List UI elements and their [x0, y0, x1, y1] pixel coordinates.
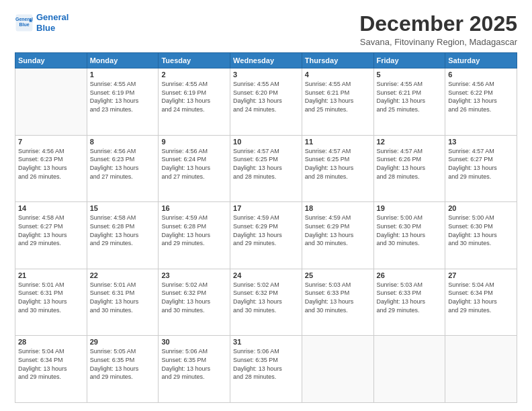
logo-icon: General Blue: [15, 13, 34, 32]
day-number: 24: [233, 271, 299, 279]
day-detail: Sunrise: 4:56 AM Sunset: 6:24 PM Dayligh…: [161, 147, 227, 181]
day-number: 25: [305, 271, 371, 279]
day-number: 16: [161, 204, 227, 212]
day-number: 9: [161, 138, 227, 146]
day-number: 27: [448, 271, 514, 279]
month-title: December 2025: [359, 12, 517, 36]
day-detail: Sunrise: 5:04 AM Sunset: 6:34 PM Dayligh…: [18, 347, 84, 381]
calendar-cell: 14Sunrise: 4:58 AM Sunset: 6:27 PM Dayli…: [15, 202, 87, 269]
calendar-cell: 13Sunrise: 4:57 AM Sunset: 6:27 PM Dayli…: [445, 135, 517, 202]
calendar-cell: 2Sunrise: 4:55 AM Sunset: 6:19 PM Daylig…: [159, 68, 230, 136]
day-number: 12: [377, 138, 443, 146]
day-detail: Sunrise: 4:58 AM Sunset: 6:28 PM Dayligh…: [90, 214, 156, 247]
calendar-cell: 4Sunrise: 4:55 AM Sunset: 6:21 PM Daylig…: [302, 68, 373, 136]
day-detail: Sunrise: 5:01 AM Sunset: 6:31 PM Dayligh…: [18, 281, 84, 314]
day-number: 11: [305, 138, 371, 146]
day-detail: Sunrise: 5:02 AM Sunset: 6:32 PM Dayligh…: [161, 281, 227, 314]
day-detail: Sunrise: 4:56 AM Sunset: 6:22 PM Dayligh…: [448, 80, 514, 113]
day-number: 19: [377, 204, 443, 212]
calendar-cell: 28Sunrise: 5:04 AM Sunset: 6:34 PM Dayli…: [15, 336, 87, 403]
header: General Blue General Blue December 2025 …: [15, 12, 517, 47]
calendar-cell: 9Sunrise: 4:56 AM Sunset: 6:24 PM Daylig…: [159, 135, 230, 202]
day-number: 13: [448, 138, 514, 146]
day-detail: Sunrise: 4:57 AM Sunset: 6:25 PM Dayligh…: [233, 147, 299, 181]
calendar-day-header: Sunday: [15, 53, 87, 68]
calendar-cell: 21Sunrise: 5:01 AM Sunset: 6:31 PM Dayli…: [15, 269, 87, 336]
calendar-cell: 11Sunrise: 4:57 AM Sunset: 6:25 PM Dayli…: [302, 135, 373, 202]
calendar-cell: 27Sunrise: 5:04 AM Sunset: 6:34 PM Dayli…: [445, 269, 517, 336]
day-detail: Sunrise: 5:04 AM Sunset: 6:34 PM Dayligh…: [448, 281, 514, 314]
day-number: 29: [90, 338, 156, 346]
calendar-cell: 29Sunrise: 5:05 AM Sunset: 6:35 PM Dayli…: [87, 336, 159, 403]
day-detail: Sunrise: 5:03 AM Sunset: 6:33 PM Dayligh…: [377, 281, 443, 314]
calendar-cell: 26Sunrise: 5:03 AM Sunset: 6:33 PM Dayli…: [373, 269, 445, 336]
day-number: 28: [18, 338, 84, 346]
day-number: 3: [233, 71, 299, 79]
day-detail: Sunrise: 4:57 AM Sunset: 6:26 PM Dayligh…: [377, 147, 443, 181]
logo-text-blue: Blue: [36, 23, 69, 34]
day-number: 22: [90, 271, 156, 279]
day-number: 10: [233, 138, 299, 146]
day-number: 8: [90, 138, 156, 146]
calendar-cell: 8Sunrise: 4:56 AM Sunset: 6:23 PM Daylig…: [87, 135, 159, 202]
calendar-cell: 6Sunrise: 4:56 AM Sunset: 6:22 PM Daylig…: [445, 68, 517, 136]
page: General Blue General Blue December 2025 …: [0, 0, 532, 411]
calendar-week-row: 7Sunrise: 4:56 AM Sunset: 6:23 PM Daylig…: [15, 135, 517, 202]
svg-text:Blue: Blue: [19, 21, 29, 26]
calendar-cell: 30Sunrise: 5:06 AM Sunset: 6:35 PM Dayli…: [159, 336, 230, 403]
calendar-cell: 31Sunrise: 5:06 AM Sunset: 6:35 PM Dayli…: [230, 336, 302, 403]
logo-text-general: General: [36, 12, 69, 23]
day-detail: Sunrise: 4:55 AM Sunset: 6:20 PM Dayligh…: [233, 80, 299, 113]
day-detail: Sunrise: 4:59 AM Sunset: 6:29 PM Dayligh…: [305, 214, 371, 247]
calendar-day-header: Monday: [87, 53, 159, 68]
day-detail: Sunrise: 4:58 AM Sunset: 6:27 PM Dayligh…: [18, 214, 84, 247]
calendar-cell: 24Sunrise: 5:02 AM Sunset: 6:32 PM Dayli…: [230, 269, 302, 336]
calendar-cell: [373, 336, 445, 403]
day-detail: Sunrise: 5:01 AM Sunset: 6:31 PM Dayligh…: [90, 281, 156, 314]
subtitle: Savana, Fitovinany Region, Madagascar: [359, 37, 517, 47]
day-detail: Sunrise: 5:00 AM Sunset: 6:30 PM Dayligh…: [448, 214, 514, 247]
logo: General Blue General Blue: [15, 12, 69, 33]
calendar-day-header: Friday: [373, 53, 445, 68]
day-number: 20: [448, 204, 514, 212]
day-detail: Sunrise: 5:05 AM Sunset: 6:35 PM Dayligh…: [90, 347, 156, 381]
calendar-cell: 1Sunrise: 4:55 AM Sunset: 6:19 PM Daylig…: [87, 68, 159, 136]
calendar-cell: 20Sunrise: 5:00 AM Sunset: 6:30 PM Dayli…: [445, 202, 517, 269]
calendar-cell: 19Sunrise: 5:00 AM Sunset: 6:30 PM Dayli…: [373, 202, 445, 269]
calendar-cell: 12Sunrise: 4:57 AM Sunset: 6:26 PM Dayli…: [373, 135, 445, 202]
calendar-day-header: Tuesday: [159, 53, 230, 68]
day-number: 5: [377, 71, 443, 79]
day-detail: Sunrise: 4:56 AM Sunset: 6:23 PM Dayligh…: [90, 147, 156, 181]
calendar-week-row: 1Sunrise: 4:55 AM Sunset: 6:19 PM Daylig…: [15, 68, 517, 136]
day-number: 21: [18, 271, 84, 279]
calendar-table: SundayMondayTuesdayWednesdayThursdayFrid…: [15, 52, 517, 403]
calendar-cell: 22Sunrise: 5:01 AM Sunset: 6:31 PM Dayli…: [87, 269, 159, 336]
calendar-day-header: Wednesday: [230, 53, 302, 68]
calendar-cell: 7Sunrise: 4:56 AM Sunset: 6:23 PM Daylig…: [15, 135, 87, 202]
calendar-day-header: Thursday: [302, 53, 373, 68]
calendar-cell: 5Sunrise: 4:55 AM Sunset: 6:21 PM Daylig…: [373, 68, 445, 136]
day-detail: Sunrise: 5:06 AM Sunset: 6:35 PM Dayligh…: [161, 347, 227, 381]
calendar-header-row: SundayMondayTuesdayWednesdayThursdayFrid…: [15, 53, 517, 68]
day-number: 7: [18, 138, 84, 146]
day-number: 30: [161, 338, 227, 346]
day-number: 23: [161, 271, 227, 279]
calendar-cell: [445, 336, 517, 403]
day-detail: Sunrise: 4:55 AM Sunset: 6:21 PM Dayligh…: [377, 80, 443, 113]
day-detail: Sunrise: 4:57 AM Sunset: 6:25 PM Dayligh…: [305, 147, 371, 181]
day-number: 17: [233, 204, 299, 212]
calendar-week-row: 28Sunrise: 5:04 AM Sunset: 6:34 PM Dayli…: [15, 336, 517, 403]
calendar-cell: 16Sunrise: 4:59 AM Sunset: 6:28 PM Dayli…: [159, 202, 230, 269]
day-number: 4: [305, 71, 371, 79]
day-number: 15: [90, 204, 156, 212]
day-detail: Sunrise: 5:00 AM Sunset: 6:30 PM Dayligh…: [377, 214, 443, 247]
day-detail: Sunrise: 4:55 AM Sunset: 6:19 PM Dayligh…: [90, 80, 156, 113]
day-detail: Sunrise: 4:55 AM Sunset: 6:19 PM Dayligh…: [161, 80, 227, 113]
calendar-cell: [15, 68, 87, 136]
calendar-cell: [302, 336, 373, 403]
day-number: 18: [305, 204, 371, 212]
calendar-cell: 17Sunrise: 4:59 AM Sunset: 6:29 PM Dayli…: [230, 202, 302, 269]
day-detail: Sunrise: 5:03 AM Sunset: 6:33 PM Dayligh…: [305, 281, 371, 314]
day-detail: Sunrise: 5:02 AM Sunset: 6:32 PM Dayligh…: [233, 281, 299, 314]
calendar-cell: 15Sunrise: 4:58 AM Sunset: 6:28 PM Dayli…: [87, 202, 159, 269]
